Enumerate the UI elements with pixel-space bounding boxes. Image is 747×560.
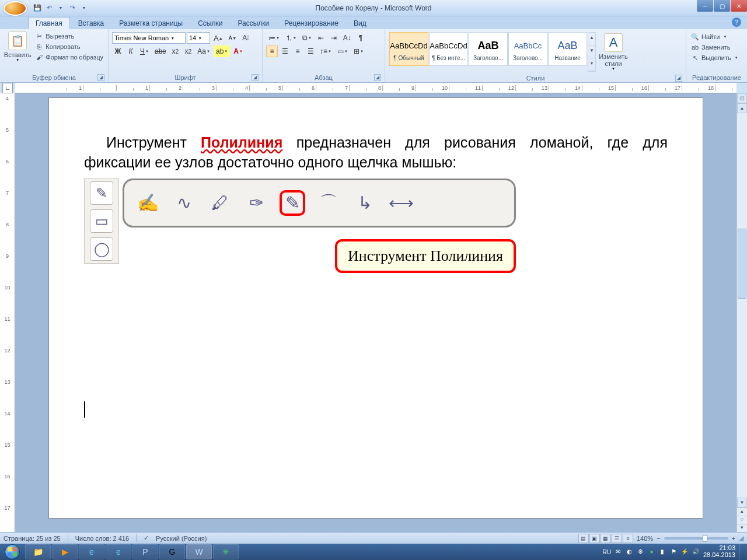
print-layout-view[interactable]: ▤ xyxy=(578,534,589,543)
subscript-button[interactable]: x2 xyxy=(169,46,181,57)
minimize-button[interactable]: ─ xyxy=(697,0,713,12)
tab-page-layout[interactable]: Разметка страницы xyxy=(112,18,190,29)
web-layout-view[interactable]: ▦ xyxy=(601,534,611,543)
select-button[interactable]: ↖Выделить▼ xyxy=(690,53,739,62)
tray-clock[interactable]: 21:03 28.04.2013 xyxy=(703,545,735,558)
zoom-level[interactable]: 140% xyxy=(637,535,653,542)
start-button[interactable] xyxy=(0,544,25,560)
tab-references[interactable]: Ссылки xyxy=(191,18,229,29)
clear-formatting-button[interactable]: A⃠ xyxy=(240,32,252,44)
qat-customize-icon[interactable]: ▼ xyxy=(79,4,89,13)
zoom-in-button[interactable]: + xyxy=(732,535,735,542)
style-title[interactable]: AaBНазвание xyxy=(548,32,587,66)
style-heading1[interactable]: AaBЗаголово... xyxy=(469,32,508,66)
bullets-button[interactable]: ≔▼ xyxy=(266,32,282,44)
scroll-down-button[interactable]: ▼ xyxy=(737,498,747,508)
taskbar-app-green[interactable]: ✳ xyxy=(213,544,239,559)
grow-font-button[interactable]: A▲ xyxy=(211,32,225,44)
taskbar-ie2[interactable]: e xyxy=(106,544,131,559)
shrink-font-button[interactable]: A▼ xyxy=(226,32,239,44)
vertical-ruler[interactable]: 4567891011121314151617 xyxy=(0,93,15,532)
font-name-combo[interactable]: Times New Roman▼ xyxy=(112,32,186,44)
vertical-scrollbar[interactable]: ◱ ▲ ▼ ▴ ○ ▾ xyxy=(736,93,747,532)
copy-button[interactable]: ⎘Копировать xyxy=(34,42,104,51)
status-language[interactable]: Русский (Россия) xyxy=(156,535,207,542)
scroll-up-button[interactable]: ▲ xyxy=(737,103,747,113)
style-normal[interactable]: AaBbCcDd¶ Обычный xyxy=(389,32,428,66)
style-no-spacing[interactable]: AaBbCcDd¶ Без инте... xyxy=(429,32,468,66)
draft-view[interactable]: ≡ xyxy=(623,534,633,543)
horizontal-ruler[interactable]: 112345678910111213141516171819 xyxy=(15,83,736,93)
show-desktop-button[interactable] xyxy=(739,544,743,559)
full-screen-view[interactable]: ▣ xyxy=(589,534,600,543)
help-icon[interactable]: ? xyxy=(732,18,741,27)
zoom-slider[interactable] xyxy=(664,537,728,540)
tab-review[interactable]: Рецензирование xyxy=(277,18,345,29)
font-color-button[interactable]: A▼ xyxy=(231,46,245,57)
paste-button[interactable]: 📋 Вставить ▼ xyxy=(2,30,33,73)
zoom-slider-handle[interactable] xyxy=(703,535,707,542)
borders-button[interactable]: ⊞▼ xyxy=(351,46,366,57)
taskbar-word[interactable]: W xyxy=(186,544,212,559)
tray-network-icon[interactable]: ▮ xyxy=(659,548,666,556)
tray-icon-2[interactable]: ⚙ xyxy=(637,548,644,556)
tab-insert[interactable]: Вставка xyxy=(71,18,111,29)
shading-button[interactable]: ▭▼ xyxy=(335,46,350,57)
save-icon[interactable]: 💾 xyxy=(33,4,42,13)
tray-icon-1[interactable]: ◐ xyxy=(626,548,633,556)
align-center-button[interactable]: ☰ xyxy=(279,46,291,57)
outline-view[interactable]: ☰ xyxy=(612,534,622,543)
tray-icon-3[interactable]: ● xyxy=(648,548,655,556)
align-right-button[interactable]: ≡ xyxy=(292,46,303,57)
taskbar-wmplayer[interactable]: ▶ xyxy=(52,544,78,559)
bold-button[interactable]: Ж xyxy=(112,46,124,57)
next-page-button[interactable]: ▾ xyxy=(737,524,747,532)
styles-gallery-nav[interactable]: ▲▼▾ xyxy=(588,32,596,72)
sort-button[interactable]: A↓ xyxy=(341,32,354,44)
strikethrough-button[interactable]: abc xyxy=(152,46,168,57)
font-dialog-launcher[interactable]: ◢ xyxy=(252,74,259,81)
cut-button[interactable]: ✂Вырезать xyxy=(34,32,104,41)
highlight-button[interactable]: ab▼ xyxy=(214,46,230,57)
tab-mailings[interactable]: Рассылки xyxy=(231,18,276,29)
multilevel-list-button[interactable]: ⧉▼ xyxy=(300,32,314,44)
tray-flag-icon[interactable]: ⚑ xyxy=(670,548,678,556)
office-button[interactable] xyxy=(4,1,27,16)
zoom-out-button[interactable]: − xyxy=(657,535,660,542)
taskbar-ie[interactable]: e xyxy=(79,544,104,559)
increase-indent-button[interactable]: ⇥ xyxy=(328,32,340,44)
tab-view[interactable]: Вид xyxy=(347,18,374,29)
tray-mail-icon[interactable]: ✉ xyxy=(615,548,622,556)
prev-page-button[interactable]: ▴ xyxy=(737,508,747,516)
decrease-indent-button[interactable]: ⇤ xyxy=(315,32,327,44)
numbering-button[interactable]: ⒈▼ xyxy=(283,32,299,44)
paragraph-dialog-launcher[interactable]: ◢ xyxy=(374,74,381,81)
italic-button[interactable]: К xyxy=(125,46,137,57)
show-marks-button[interactable]: ¶ xyxy=(355,32,366,44)
taskbar-chrome[interactable]: G xyxy=(159,544,185,559)
document-scroll[interactable]: Инструмент Полилиния предназначен для ри… xyxy=(15,93,736,532)
tray-lang[interactable]: RU xyxy=(602,549,610,555)
undo-dropdown-icon[interactable]: ▼ xyxy=(56,4,65,13)
maximize-button[interactable]: ▢ xyxy=(714,0,730,12)
undo-icon[interactable]: ↶ xyxy=(44,4,54,13)
justify-button[interactable]: ☰ xyxy=(305,46,316,57)
superscript-button[interactable]: x2 xyxy=(182,46,194,57)
proofing-icon[interactable]: ✓ xyxy=(144,534,149,542)
underline-button[interactable]: Ч▼ xyxy=(138,46,151,57)
ruler-toggle-icon[interactable]: ◱ xyxy=(737,93,747,103)
line-spacing-button[interactable]: ↕≡▼ xyxy=(317,46,334,57)
tab-selector[interactable]: ∟ xyxy=(2,83,13,93)
resize-grip-icon[interactable]: ◢ xyxy=(739,534,743,542)
replace-button[interactable]: abЗаменить xyxy=(690,43,739,52)
format-painter-button[interactable]: 🖌Формат по образцу xyxy=(34,52,104,62)
change-styles-button[interactable]: A Изменить стили ▼ xyxy=(596,32,631,72)
tray-volume-icon[interactable]: 🔊 xyxy=(692,548,700,556)
clipboard-dialog-launcher[interactable]: ◢ xyxy=(97,74,104,81)
tab-home[interactable]: Главная xyxy=(28,17,70,29)
close-button[interactable]: ✕ xyxy=(731,0,747,12)
find-button[interactable]: 🔍Найти▼ xyxy=(690,32,739,41)
scroll-track[interactable] xyxy=(737,113,747,498)
align-left-button[interactable]: ≡ xyxy=(266,46,278,57)
redo-icon[interactable]: ↷ xyxy=(68,4,77,13)
